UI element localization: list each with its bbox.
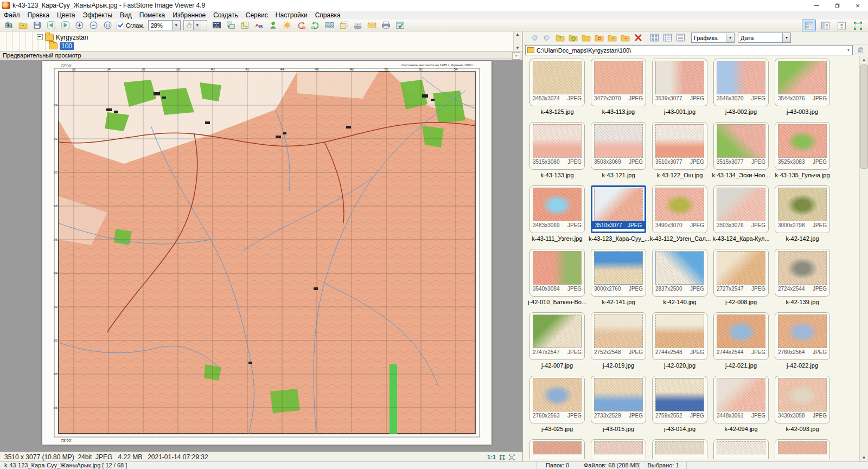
settings-button[interactable]	[393, 20, 407, 31]
thumbnail-image[interactable]	[533, 441, 582, 454]
thumbnail-item[interactable]	[773, 439, 832, 459]
zoom-select[interactable]: 28% ▾	[148, 20, 181, 30]
thumbnail-item[interactable]: 3503x3069 JPEG k-43-121.jpg	[589, 121, 648, 185]
thumbnail-frame[interactable]: 3453x3074 JPEG	[529, 59, 585, 106]
thumbnail-item[interactable]: 3453x3074 JPEG k-43-125.jpg	[527, 58, 587, 121]
preview-viewport[interactable]: 323436384042444648505254 040200989694929…	[0, 60, 522, 452]
minimize-button[interactable]	[806, 0, 827, 11]
zoom-in-button[interactable]	[72, 20, 86, 31]
thumbnail-image[interactable]	[778, 124, 827, 158]
chevron-down-icon[interactable]: ▾	[845, 46, 852, 55]
thumbnail-item[interactable]: 3515x3077 JPEG k-43-134_Эски-Ноо...	[711, 121, 771, 185]
pan-frame-icon[interactable]	[499, 454, 506, 461]
tag-button[interactable]	[266, 20, 280, 31]
thumbnail-image[interactable]	[533, 188, 582, 221]
copy-move-button[interactable]	[337, 20, 351, 31]
thumbnail-frame[interactable]	[652, 439, 707, 459]
view-list-button[interactable]	[674, 33, 687, 43]
thumbnail-frame[interactable]	[775, 439, 830, 459]
menu-item[interactable]: Правка	[24, 11, 54, 20]
batch-convert-button[interactable]	[224, 20, 238, 31]
thumbnail-image[interactable]	[655, 124, 704, 158]
thumbnail-image[interactable]	[533, 314, 582, 348]
thumbnail-image[interactable]	[533, 251, 582, 285]
preview-collapse-button[interactable]: »	[512, 52, 520, 60]
thumbnail-frame[interactable]: 3544x3076 JPEG	[775, 59, 830, 106]
chevron-down-icon[interactable]: ▾	[782, 33, 790, 42]
thumbnail-image[interactable]	[717, 188, 765, 221]
scroll-down-icon[interactable]: ▼	[860, 454, 868, 461]
thumbnail-image[interactable]	[594, 378, 643, 412]
thumbnail-item[interactable]: 3544x3076 JPEG j-43-003.jpg	[773, 58, 832, 121]
thumbnail-image[interactable]	[717, 441, 765, 454]
thumbnail-image[interactable]	[655, 61, 704, 94]
thumbnail-image[interactable]	[594, 251, 643, 285]
thumbnail-frame[interactable]: 2760x2564 JPEG	[775, 312, 830, 360]
thumbnail-item[interactable]: 2747x2547 JPEG j-42-007.jpg	[527, 312, 587, 375]
view-details-button[interactable]	[661, 33, 674, 43]
layout-viewer-button[interactable]	[818, 20, 832, 31]
thumbnail-item[interactable]	[527, 439, 587, 459]
menu-item[interactable]: Создать	[209, 11, 242, 20]
thumbnail-image[interactable]	[655, 251, 704, 285]
compare-button[interactable]	[323, 20, 337, 31]
thumbnail-frame[interactable]: 3483x3069 JPEG	[529, 185, 585, 233]
menu-item[interactable]: Вид	[116, 11, 136, 20]
thumbnail-image[interactable]	[655, 314, 704, 348]
thumbnail-item[interactable]: 3000x2760 JPEG k-42-141.jpg	[589, 248, 648, 312]
thumbnail-image[interactable]	[778, 61, 827, 94]
thumbnail-item[interactable]: 2744x2544 JPEG j-42-021.jpg	[711, 312, 771, 375]
menu-item[interactable]: Файл	[0, 11, 24, 20]
thumbnail-image[interactable]	[717, 378, 765, 412]
refresh-folder-button[interactable]	[566, 33, 579, 43]
thumbnail-image[interactable]	[533, 61, 582, 94]
thumbnail-frame[interactable]: 3510x3077 JPEG	[652, 122, 707, 170]
thumbnail-item[interactable]: 2759x2552 JPEG j-43-014.jpg	[650, 375, 710, 439]
thumbnail-item[interactable]: 2760x2564 JPEG j-42-022.jpg	[773, 312, 832, 375]
view-thumbs-button[interactable]	[648, 33, 661, 43]
move-to-folder-button[interactable]	[618, 33, 631, 43]
thumbnail-item[interactable]: 2744x2548 JPEG j-42-020.jpg	[650, 312, 710, 375]
thumbnail-item[interactable]	[711, 439, 771, 459]
thumbnail-item[interactable]: 2727x2547 JPEG j-42-008.jpg	[711, 248, 771, 312]
smooth-checkbox[interactable]	[117, 22, 124, 29]
thumbnail-frame[interactable]: 2747x2547 JPEG	[529, 312, 585, 360]
tree-node-label[interactable]: Kyrgyzstan	[56, 34, 88, 41]
favorites-folder-button[interactable]	[579, 33, 592, 43]
thumbnail-frame[interactable]: 3515x3077 JPEG	[713, 122, 769, 170]
thumbnail-item[interactable]: 3430x3058 JPEG k-42-093.jpg	[773, 375, 832, 439]
thumbnail-frame[interactable]: 3477x3070 JPEG	[591, 59, 646, 106]
menu-item[interactable]: Справка	[311, 11, 344, 20]
thumbnail-frame[interactable]: 2744x2548 JPEG	[652, 312, 707, 360]
thumbnail-item[interactable]: 3483x3069 JPEG k-43-111_Узген.jpg	[527, 185, 587, 248]
crop-board-button[interactable]	[238, 20, 252, 31]
menu-item[interactable]: Избранное	[169, 11, 209, 20]
thumbnail-frame[interactable]: 2744x2544 JPEG	[713, 312, 769, 360]
menu-item[interactable]: Цвета	[53, 11, 79, 20]
scroll-up-icon[interactable]: ▲	[860, 56, 868, 63]
thumbnail-frame[interactable]: 3000x2760 JPEG	[591, 249, 646, 297]
thumbnail-frame[interactable]: 3546x3070 JPEG	[713, 59, 769, 106]
thumbnail-image[interactable]	[717, 124, 765, 158]
thumbnail-image[interactable]	[778, 441, 827, 454]
sort-select[interactable]: Дата ▾	[738, 33, 791, 43]
copy-to-folder-button[interactable]	[605, 33, 618, 43]
close-button[interactable]: ×	[847, 0, 868, 11]
thumbnail-item[interactable]: 3539x3077 JPEG j-43-001.jpg	[650, 58, 710, 121]
thumbnail-item[interactable]: 3546x3070 JPEG j-43-002.jpg	[711, 58, 771, 121]
menu-item[interactable]: Пометка	[136, 11, 169, 20]
thumbnail-frame[interactable]: 2760x2563 JPEG	[529, 376, 585, 423]
thumbnail-frame[interactable]: 2724x2544 JPEG	[775, 249, 830, 297]
scroll-up-icon[interactable]: ▲	[515, 31, 520, 37]
thumbnail-frame[interactable]: 2727x2547 JPEG	[713, 249, 769, 297]
tree-expander-icon[interactable]	[37, 34, 43, 40]
screen-capture-button[interactable]	[2, 20, 16, 31]
thumbnail-frame[interactable]: 3503x3069 JPEG	[591, 122, 646, 170]
thumbnail-scrollbar[interactable]: ▲ ▼	[859, 56, 868, 461]
scrollbar-thumb[interactable]	[860, 65, 868, 169]
fit-frame-icon[interactable]	[508, 454, 515, 461]
thumbnail-frame[interactable]	[591, 439, 646, 459]
thumbnail-image[interactable]	[778, 314, 827, 348]
preview-map-image[interactable]: 323436384042444648505254 040200989694929…	[42, 61, 492, 445]
up-folder-button[interactable]	[553, 33, 566, 43]
